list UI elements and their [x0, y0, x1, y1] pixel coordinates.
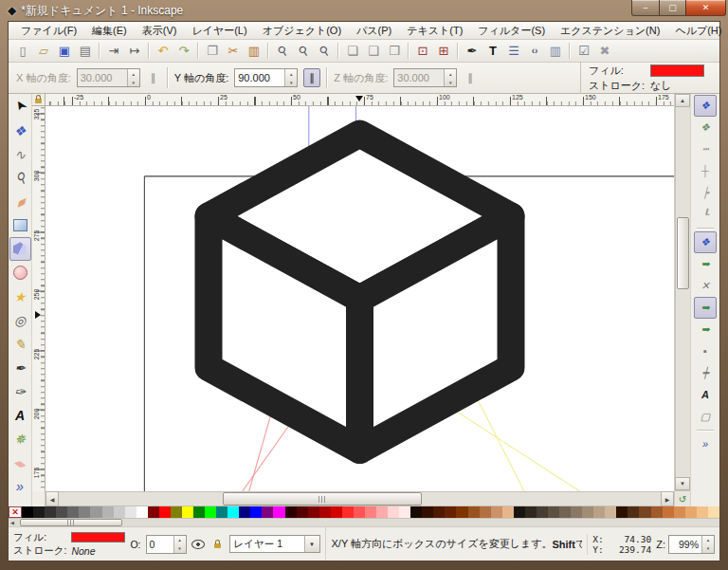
- color-swatch[interactable]: [422, 506, 433, 518]
- color-swatch[interactable]: [399, 506, 410, 518]
- ellipse-tool[interactable]: [9, 261, 31, 285]
- color-swatch[interactable]: [354, 506, 365, 518]
- horizontal-ruler[interactable]: -250255075100125150175: [46, 94, 674, 106]
- snap-paths-button[interactable]: ➥: [694, 253, 717, 275]
- horizontal-scrollbar[interactable]: [59, 491, 661, 506]
- color-swatch[interactable]: [125, 506, 136, 518]
- duplicate-button[interactable]: ❏: [342, 41, 363, 61]
- snap-text-baseline-button[interactable]: A: [694, 384, 717, 406]
- chevron-down-icon[interactable]: ▼: [304, 536, 319, 552]
- color-swatch[interactable]: [285, 506, 297, 518]
- color-swatch[interactable]: [319, 506, 331, 518]
- stroke-value[interactable]: None: [71, 545, 125, 557]
- menu-item[interactable]: 表示(V): [136, 23, 184, 39]
- snap-bbox-edges-button[interactable]: ┅: [694, 138, 717, 160]
- box3d-tool[interactable]: [9, 237, 31, 261]
- menu-item[interactable]: テキスト(T): [400, 23, 469, 39]
- snap-path-intersections-button[interactable]: ✕: [694, 275, 717, 297]
- snap-nodes-button[interactable]: ❖: [694, 231, 717, 253]
- menu-item[interactable]: パス(P): [350, 23, 398, 39]
- color-swatch[interactable]: [491, 506, 502, 518]
- zoom-page-button[interactable]: ⚲: [310, 37, 338, 65]
- color-swatch[interactable]: [559, 506, 571, 518]
- layers-dialog-button[interactable]: ☰: [503, 41, 524, 61]
- y-vp-toggle-button[interactable]: ∥: [303, 68, 320, 87]
- export-button[interactable]: ↦: [124, 41, 145, 61]
- z-angle-spinbox[interactable]: 30.000 ▴▾: [393, 68, 457, 87]
- color-swatch[interactable]: [262, 506, 273, 518]
- z-vp-toggle-button[interactable]: ∥: [463, 69, 478, 86]
- vertical-scrollbar-thumb[interactable]: [677, 217, 689, 289]
- x-angle-spinbox[interactable]: 30.000 ▴▾: [77, 68, 140, 87]
- zoom-spinbox[interactable]: 99% ▴▾: [668, 535, 715, 554]
- node-tool[interactable]: ❖: [9, 119, 31, 142]
- title-bar[interactable]: ◆ *新規ドキュメント 1 - Inkscape – ▢ ✕: [0, 0, 728, 21]
- print-button[interactable]: ▤: [75, 41, 96, 61]
- color-swatch[interactable]: [410, 506, 422, 518]
- menu-item[interactable]: オブジェクト(O): [256, 23, 348, 39]
- ruler-corner[interactable]: [32, 94, 46, 106]
- color-swatch[interactable]: ✕: [9, 506, 22, 518]
- palette-scrollbar[interactable]: ◀: [9, 518, 719, 526]
- unlink-clone-button[interactable]: ❒: [384, 41, 405, 61]
- scroll-corner-button[interactable]: ↺: [675, 490, 690, 506]
- scroll-up-button[interactable]: ▲: [675, 94, 690, 107]
- color-swatch[interactable]: [102, 506, 114, 518]
- cut-button[interactable]: ✂: [223, 41, 244, 61]
- color-swatch[interactable]: [468, 506, 480, 518]
- color-swatch[interactable]: [22, 506, 33, 518]
- palette-scrollbar-thumb[interactable]: [20, 519, 122, 526]
- scroll-right-button[interactable]: ▶: [661, 491, 674, 506]
- color-swatch[interactable]: [136, 506, 148, 518]
- pencil-tool[interactable]: ✎: [9, 332, 31, 356]
- color-swatch[interactable]: [456, 506, 467, 518]
- color-swatch[interactable]: [67, 506, 79, 518]
- color-swatch[interactable]: [56, 506, 67, 518]
- preferences-button[interactable]: ✖: [594, 41, 615, 61]
- calligraphy-tool[interactable]: ✑: [9, 379, 31, 403]
- fill-color-swatch[interactable]: [71, 532, 125, 542]
- color-swatch[interactable]: [663, 506, 674, 518]
- color-swatch[interactable]: [90, 506, 101, 518]
- menu-item[interactable]: 編集(E): [85, 23, 134, 39]
- fill-color-swatch[interactable]: [650, 64, 704, 77]
- snap-bbox-centers-button[interactable]: ┖: [694, 204, 717, 226]
- pen-tool[interactable]: ✒: [9, 356, 31, 379]
- vertical-ruler[interactable]: 325300275250225200175: [32, 106, 46, 491]
- redo-button[interactable]: ↷: [173, 41, 194, 61]
- color-swatch[interactable]: [45, 506, 56, 518]
- snap-page-border-button[interactable]: ▢: [694, 406, 717, 428]
- y-angle-spinner[interactable]: ▴▾: [284, 69, 297, 86]
- rectangle-tool[interactable]: [9, 213, 31, 237]
- color-swatch[interactable]: [308, 506, 319, 518]
- color-swatch[interactable]: [651, 506, 663, 518]
- snap-bbox-edge-midpoints-button[interactable]: ┝: [694, 182, 717, 204]
- layer-visibility-toggle[interactable]: [191, 537, 206, 551]
- color-swatch[interactable]: [593, 506, 605, 518]
- opacity-spinner[interactable]: ▴▾: [173, 536, 186, 553]
- color-swatch[interactable]: [525, 506, 537, 518]
- snap-object-centers-button[interactable]: ┿: [694, 362, 717, 384]
- menu-item[interactable]: ファイル(F): [14, 23, 83, 39]
- close-button[interactable]: ✕: [685, 0, 726, 16]
- color-swatch[interactable]: [205, 506, 216, 518]
- scroll-left-button[interactable]: ◀: [46, 491, 59, 506]
- xml-editor-button[interactable]: ‹›: [524, 41, 545, 61]
- color-swatch[interactable]: [582, 506, 593, 518]
- save-document-button[interactable]: ▣: [54, 41, 75, 61]
- menu-item[interactable]: ヘルプ(H): [668, 23, 728, 39]
- import-button[interactable]: ⇥: [103, 41, 124, 61]
- color-swatch[interactable]: [571, 506, 582, 518]
- zoom-spinner[interactable]: ▴▾: [701, 536, 714, 553]
- color-swatch[interactable]: [674, 506, 685, 518]
- color-swatch[interactable]: [250, 506, 262, 518]
- text-tool[interactable]: A: [9, 403, 31, 427]
- color-swatch[interactable]: [331, 506, 342, 518]
- snap-midpoints-button[interactable]: ▪: [694, 340, 717, 362]
- copy-button[interactable]: ❐: [202, 41, 223, 61]
- color-swatch[interactable]: [514, 506, 525, 518]
- snapbar-overflow[interactable]: »: [694, 433, 717, 455]
- color-swatch[interactable]: [548, 506, 559, 518]
- color-swatch[interactable]: [708, 506, 719, 518]
- text-dialog-button[interactable]: T: [482, 41, 503, 61]
